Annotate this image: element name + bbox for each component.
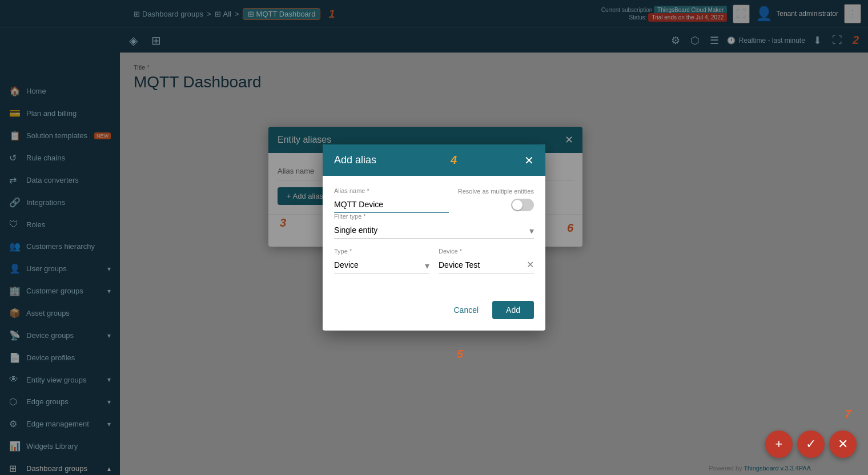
fab-add-btn[interactable]: + xyxy=(765,430,793,458)
resolve-label: Resolve as multiple entities xyxy=(458,187,534,195)
device-row: Device * ✕ xyxy=(439,248,534,273)
type-select-wrap: DeviceAssetCustomerDashboardUser ▾ xyxy=(334,257,429,273)
modal-body: Alias name * Resolve as multiple entitie… xyxy=(323,176,545,294)
filter-type-select[interactable]: Single entityEntity listEntity typeAsset… xyxy=(334,222,534,239)
annotation-7: 7 xyxy=(845,408,851,421)
alias-name-left: Alias name * xyxy=(334,187,449,213)
alias-name-input[interactable] xyxy=(334,196,449,213)
annotation-5-container: 5 xyxy=(457,348,463,361)
filter-type-select-wrap: Single entityEntity listEntity typeAsset… xyxy=(334,222,534,239)
annotation-5: 5 xyxy=(457,348,463,361)
type-row: Type * DeviceAssetCustomerDashboardUser … xyxy=(334,248,429,273)
fab-confirm-btn[interactable]: ✓ xyxy=(797,430,825,458)
type-label: Type * xyxy=(334,248,429,255)
alias-name-label: Alias name * xyxy=(334,187,449,194)
filter-type-label: Filter type * xyxy=(334,213,534,220)
type-select[interactable]: DeviceAssetCustomerDashboardUser xyxy=(334,257,429,273)
fab-area: + ✓ ✕ 7 xyxy=(765,430,857,458)
annotation-4: 4 xyxy=(451,154,457,167)
modal-header: Add alias 4 ✕ xyxy=(323,144,545,176)
modal-title: Add alias xyxy=(334,154,376,166)
modal-cancel-btn[interactable]: Cancel xyxy=(444,301,488,319)
fab-cancel-btn[interactable]: ✕ xyxy=(829,430,857,458)
resolve-right: Resolve as multiple entities xyxy=(449,187,534,211)
modal-add-btn[interactable]: Add xyxy=(492,301,534,319)
modal-close-btn[interactable]: ✕ xyxy=(524,155,534,166)
device-input-wrap: ✕ xyxy=(439,257,534,273)
type-device-row: Type * DeviceAssetCustomerDashboardUser … xyxy=(334,248,534,283)
device-input[interactable] xyxy=(439,257,534,273)
modal-footer: Cancel Add xyxy=(323,294,545,331)
filter-type-row: Filter type * Single entityEntity listEn… xyxy=(334,213,534,239)
device-label: Device * xyxy=(439,248,534,255)
add-alias-modal: Add alias 4 ✕ Alias name * Resolve as mu… xyxy=(323,144,545,331)
alias-name-row: Alias name * Resolve as multiple entitie… xyxy=(334,187,534,213)
device-clear-btn[interactable]: ✕ xyxy=(527,259,534,270)
resolve-toggle[interactable] xyxy=(511,199,534,211)
